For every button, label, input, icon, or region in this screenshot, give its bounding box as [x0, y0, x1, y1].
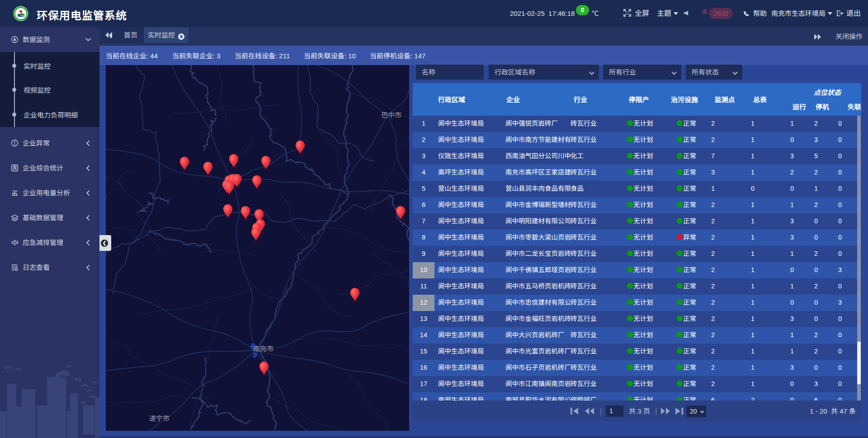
svg-text:遂宁市: 遂宁市	[149, 414, 170, 422]
svg-text:奥: 奥	[12, 164, 17, 171]
svg-text:巴中市: 巴中市	[381, 111, 401, 119]
svg-text:南充市: 南充市	[253, 345, 274, 353]
